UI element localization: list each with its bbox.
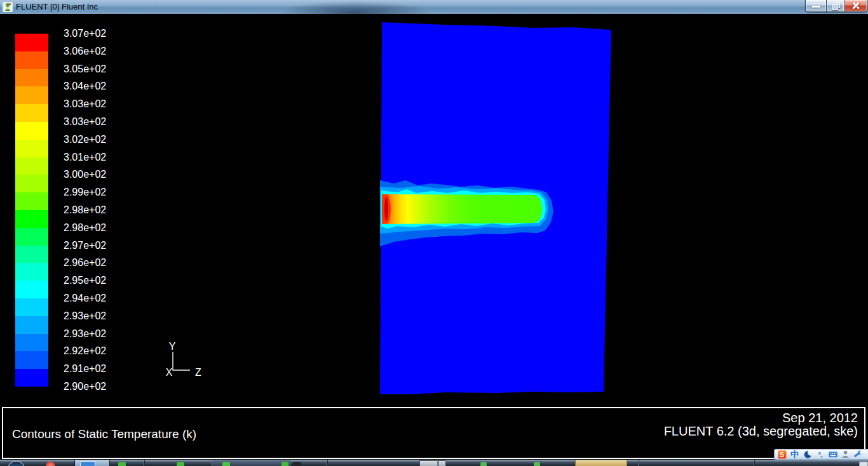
legend-value: 2.92e+02 xyxy=(64,342,106,360)
taskbar-separator xyxy=(144,460,144,466)
caption-title: Contours of Static Temperature (k) xyxy=(12,427,196,441)
legend-value: 2.98e+02 xyxy=(64,201,106,219)
taskbar-app-green-icon[interactable] xyxy=(177,462,184,466)
restore-button[interactable] xyxy=(826,0,844,12)
taskbar-separator xyxy=(754,460,754,466)
jet-hot-streak xyxy=(384,197,388,220)
axis-lines xyxy=(173,352,190,370)
keyboard-glyph xyxy=(828,451,838,458)
user-glyph xyxy=(841,450,850,458)
legend-value: 3.06e+02 xyxy=(64,43,106,60)
legend-labels: 3.07e+023.06e+023.05e+023.04e+023.03e+02… xyxy=(64,25,106,396)
legend-value: 2.93e+02 xyxy=(64,325,106,343)
sogou-s-glyph: S xyxy=(778,450,787,459)
legend-value: 2.91e+02 xyxy=(64,360,106,378)
window-title: FLUENT [0] Fluent Inc xyxy=(16,2,98,11)
chinese-mode-glyph: 中 xyxy=(790,449,799,460)
legend-value: 3.03e+02 xyxy=(64,95,106,113)
minimize-button[interactable] xyxy=(805,0,826,12)
axis-y-label: Y xyxy=(169,341,176,352)
caption-right: Sep 21, 2012 FLUENT 6.2 (3d, segregated,… xyxy=(664,411,858,438)
legend-value: 3.00e+02 xyxy=(64,166,106,183)
taskbar-separator xyxy=(327,460,327,466)
close-button[interactable] xyxy=(844,0,867,12)
taskbar xyxy=(0,460,868,466)
taskbar-separator xyxy=(638,460,639,466)
taskbar-app-green-icon[interactable] xyxy=(480,462,487,466)
soft-keyboard-icon[interactable] xyxy=(827,449,838,459)
legend-value: 2.93e+02 xyxy=(64,307,106,325)
colorbar-band xyxy=(15,51,48,69)
colorbar-band xyxy=(15,263,48,281)
start-button[interactable] xyxy=(7,461,25,466)
taskbar-app-red-icon[interactable] xyxy=(46,462,55,466)
jet-core xyxy=(382,194,542,224)
sogou-logo-icon[interactable]: S xyxy=(776,449,787,459)
colorbar-band xyxy=(15,316,48,334)
punctuation-icon[interactable]: °, xyxy=(815,449,825,459)
colorbar-band xyxy=(15,86,48,104)
ime-toolbar: S 中 °, xyxy=(774,449,868,460)
legend-value: 2.99e+02 xyxy=(64,183,106,201)
colorbar-band xyxy=(15,334,48,352)
legend-value: 3.04e+02 xyxy=(64,77,106,95)
moon-glyph xyxy=(803,450,812,459)
colorbar-band xyxy=(15,34,48,51)
colorbar-band xyxy=(15,351,48,369)
taskbar-app-dark-icon[interactable] xyxy=(292,462,301,466)
legend-value: 3.02e+02 xyxy=(64,131,106,149)
wrench-icon[interactable] xyxy=(853,449,864,459)
colorbar-band xyxy=(15,210,48,228)
titlebar[interactable]: FLUENT [0] Fluent Inc xyxy=(0,0,868,14)
axis-triad: Y X Z xyxy=(162,336,207,381)
wrench-glyph xyxy=(854,450,863,459)
colorbar-band xyxy=(15,157,48,175)
user-icon[interactable] xyxy=(840,449,851,459)
taskbar-app-green-icon[interactable] xyxy=(222,462,230,466)
legend-value: 3.07e+02 xyxy=(64,25,106,43)
contour-plot[interactable] xyxy=(369,18,623,399)
colorbar-band xyxy=(15,281,48,298)
taskbar-app-green-icon[interactable] xyxy=(534,462,540,466)
fluent-app-icon xyxy=(3,2,13,12)
legend-value: 3.03e+02 xyxy=(64,113,106,131)
colorbar-band xyxy=(15,246,48,263)
taskbar-app-green-icon[interactable] xyxy=(118,462,126,466)
window-controls xyxy=(805,0,867,12)
caption-solver: FLUENT 6.2 (3d, segregated, ske) xyxy=(664,425,858,438)
legend-value: 2.90e+02 xyxy=(64,378,106,396)
colorbar-band xyxy=(15,175,48,192)
window-app-icon xyxy=(80,462,95,466)
axis-z-label: Z xyxy=(195,367,201,378)
graphics-canvas[interactable]: 3.07e+023.06e+023.05e+023.04e+023.03e+02… xyxy=(0,14,868,460)
legend-value: 2.96e+02 xyxy=(64,254,106,272)
legend-value: 2.95e+02 xyxy=(64,272,106,290)
colorbar-band xyxy=(15,69,48,87)
taskbar-app-green-icon[interactable] xyxy=(281,462,288,466)
colorbar-band xyxy=(15,298,48,316)
taskbar-separator xyxy=(437,460,438,466)
colorbar-band xyxy=(15,140,48,157)
legend-value: 3.01e+02 xyxy=(64,149,106,166)
legend-value: 2.97e+02 xyxy=(64,237,106,255)
moon-icon[interactable] xyxy=(802,449,813,459)
colorbar-band xyxy=(15,228,48,246)
caption-box: Contours of Static Temperature (k) Sep 2… xyxy=(2,407,865,459)
chinese-mode-icon[interactable]: 中 xyxy=(789,449,800,459)
taskbar-button-highlighted[interactable] xyxy=(575,460,627,466)
taskbar-button-active[interactable] xyxy=(74,460,110,466)
colorbar-band xyxy=(15,122,48,140)
colorbar-band xyxy=(15,104,48,122)
legend-value: 2.98e+02 xyxy=(64,219,106,237)
caption-date: Sep 21, 2012 xyxy=(664,411,858,425)
axis-x-label: X xyxy=(166,367,173,378)
screen: { "window": { "title": "FLUENT [0] Fluen… xyxy=(0,0,868,466)
colorbar-band xyxy=(15,192,48,210)
taskbar-tray-sliver[interactable] xyxy=(859,462,868,466)
legend-value: 3.05e+02 xyxy=(64,60,106,78)
colorbar-band xyxy=(15,369,48,387)
legend-colorbar xyxy=(15,34,48,387)
taskbar-window-preview[interactable] xyxy=(419,460,446,466)
punctuation-glyph: °, xyxy=(818,451,822,458)
legend-value: 2.94e+02 xyxy=(64,290,106,307)
